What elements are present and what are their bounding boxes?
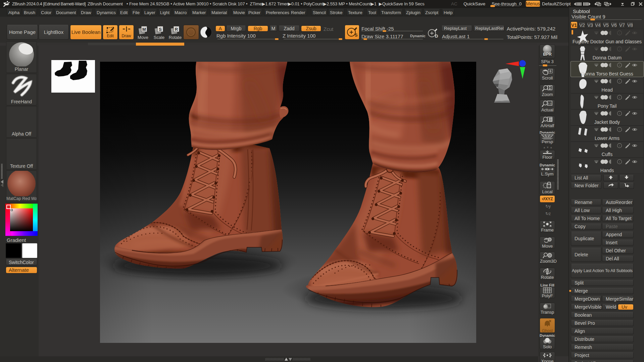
svg-text:i: i (619, 48, 620, 51)
svg-text:D: D (435, 34, 438, 39)
svg-text:S: S (355, 33, 358, 38)
svg-text:M: M (142, 27, 146, 32)
svg-text:i: i (619, 160, 620, 163)
svg-text:i: i (619, 64, 620, 67)
svg-text:1:1: 1:1 (548, 102, 552, 105)
svg-text:i: i (619, 112, 620, 115)
svg-text:i: i (619, 32, 620, 35)
svg-text:i: i (619, 144, 620, 147)
svg-text:i: i (619, 80, 620, 83)
svg-text:i: i (619, 96, 620, 99)
svg-text:S: S (159, 27, 162, 32)
svg-text:R: R (175, 27, 178, 32)
svg-text:i: i (619, 128, 620, 131)
svg-text:BPR: BPR (543, 52, 552, 57)
